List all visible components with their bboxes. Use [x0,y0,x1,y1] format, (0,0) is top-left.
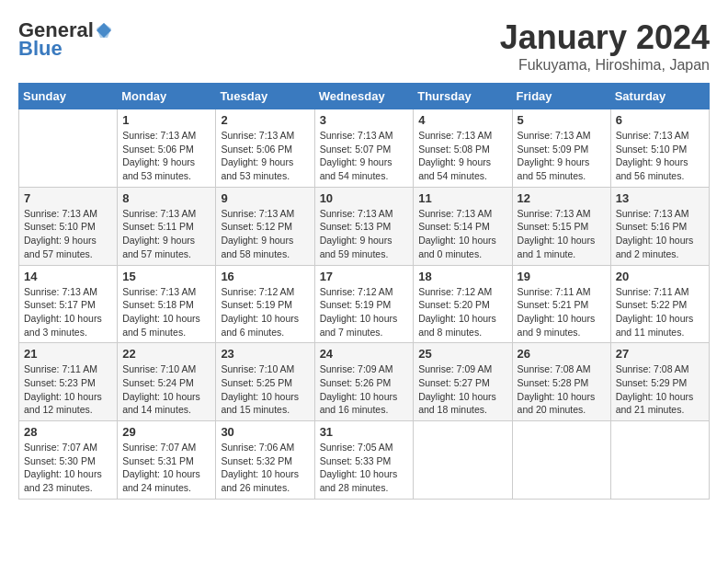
day-number: 25 [418,347,506,361]
weekday-cell: Monday [118,84,216,109]
calendar-day-cell: 19Sunrise: 7:11 AMSunset: 5:21 PMDayligh… [512,265,610,343]
calendar-body: 1Sunrise: 7:13 AMSunset: 5:06 PMDaylight… [19,109,710,500]
day-number: 11 [418,191,506,205]
day-number: 3 [320,113,409,127]
location-title: Fukuyama, Hiroshima, Japan [500,57,710,74]
day-number: 4 [418,113,506,127]
weekday-cell: Thursday [414,84,512,109]
day-number: 12 [518,191,606,205]
calendar-day-cell: 11Sunrise: 7:13 AMSunset: 5:14 PMDayligh… [414,187,512,265]
title-section: January 2024 Fukuyama, Hiroshima, Japan [500,18,710,74]
day-info: Sunrise: 7:08 AMSunset: 5:28 PMDaylight:… [518,362,606,417]
calendar-week-row: 1Sunrise: 7:13 AMSunset: 5:06 PMDaylight… [19,109,710,188]
day-info: Sunrise: 7:13 AMSunset: 5:11 PMDaylight:… [122,207,210,261]
logo: General Blue [18,18,114,61]
calendar-week-row: 14Sunrise: 7:13 AMSunset: 5:17 PMDayligh… [19,265,710,343]
day-info: Sunrise: 7:12 AMSunset: 5:19 PMDaylight:… [221,285,309,339]
day-number: 22 [122,347,210,361]
day-info: Sunrise: 7:12 AMSunset: 5:19 PMDaylight:… [320,285,409,339]
day-info: Sunrise: 7:09 AMSunset: 5:26 PMDaylight:… [320,362,409,417]
calendar-day-cell: 27Sunrise: 7:08 AMSunset: 5:29 PMDayligh… [610,343,709,421]
day-info: Sunrise: 7:05 AMSunset: 5:33 PMDaylight:… [320,441,409,495]
calendar-day-cell: 25Sunrise: 7:09 AMSunset: 5:27 PMDayligh… [414,343,512,421]
day-number: 29 [122,425,210,439]
day-number: 10 [320,191,409,205]
calendar-day-cell: 3Sunrise: 7:13 AMSunset: 5:07 PMDaylight… [314,109,414,188]
day-info: Sunrise: 7:07 AMSunset: 5:31 PMDaylight:… [122,441,210,495]
day-number: 26 [518,347,606,361]
calendar-day-cell: 15Sunrise: 7:13 AMSunset: 5:18 PMDayligh… [118,265,216,343]
day-info: Sunrise: 7:13 AMSunset: 5:09 PMDaylight:… [518,129,606,183]
weekday-cell: Saturday [610,84,709,109]
calendar-day-cell: 12Sunrise: 7:13 AMSunset: 5:15 PMDayligh… [512,187,610,265]
calendar-day-cell: 31Sunrise: 7:05 AMSunset: 5:33 PMDayligh… [314,421,414,500]
day-number: 5 [518,113,606,127]
calendar-day-cell: 17Sunrise: 7:12 AMSunset: 5:19 PMDayligh… [314,265,414,343]
calendar-table: SundayMondayTuesdayWednesdayThursdayFrid… [18,83,710,500]
day-info: Sunrise: 7:13 AMSunset: 5:17 PMDaylight:… [24,285,112,339]
calendar-day-cell: 28Sunrise: 7:07 AMSunset: 5:30 PMDayligh… [19,421,118,500]
calendar-day-cell: 5Sunrise: 7:13 AMSunset: 5:09 PMDaylight… [512,109,610,188]
calendar-day-cell: 6Sunrise: 7:13 AMSunset: 5:10 PMDaylight… [610,109,709,188]
calendar-day-cell: 4Sunrise: 7:13 AMSunset: 5:08 PMDaylight… [414,109,512,188]
calendar-day-cell: 1Sunrise: 7:13 AMSunset: 5:06 PMDaylight… [118,109,216,188]
logo-icon [95,21,113,40]
calendar-day-cell: 14Sunrise: 7:13 AMSunset: 5:17 PMDayligh… [19,265,118,343]
day-info: Sunrise: 7:13 AMSunset: 5:10 PMDaylight:… [616,129,704,183]
calendar-day-cell: 16Sunrise: 7:12 AMSunset: 5:19 PMDayligh… [216,265,314,343]
weekday-cell: Wednesday [314,84,414,109]
day-info: Sunrise: 7:13 AMSunset: 5:10 PMDaylight:… [24,207,112,261]
day-info: Sunrise: 7:13 AMSunset: 5:12 PMDaylight:… [221,207,309,261]
day-info: Sunrise: 7:13 AMSunset: 5:06 PMDaylight:… [221,129,309,183]
day-number: 7 [24,191,112,205]
calendar-day-cell [414,421,512,500]
day-info: Sunrise: 7:09 AMSunset: 5:27 PMDaylight:… [418,362,506,417]
calendar-day-cell: 9Sunrise: 7:13 AMSunset: 5:12 PMDaylight… [216,187,314,265]
day-number: 31 [320,425,409,439]
day-info: Sunrise: 7:13 AMSunset: 5:18 PMDaylight:… [122,285,210,339]
day-info: Sunrise: 7:11 AMSunset: 5:21 PMDaylight:… [518,285,606,339]
calendar-day-cell: 29Sunrise: 7:07 AMSunset: 5:31 PMDayligh… [118,421,216,500]
day-info: Sunrise: 7:13 AMSunset: 5:06 PMDaylight:… [122,129,210,183]
day-number: 9 [221,191,309,205]
day-info: Sunrise: 7:11 AMSunset: 5:22 PMDaylight:… [616,285,704,339]
day-info: Sunrise: 7:13 AMSunset: 5:07 PMDaylight:… [320,129,409,183]
calendar-day-cell: 18Sunrise: 7:12 AMSunset: 5:20 PMDayligh… [414,265,512,343]
day-info: Sunrise: 7:13 AMSunset: 5:14 PMDaylight:… [418,207,506,261]
calendar-week-row: 7Sunrise: 7:13 AMSunset: 5:10 PMDaylight… [19,187,710,265]
calendar-day-cell: 26Sunrise: 7:08 AMSunset: 5:28 PMDayligh… [512,343,610,421]
weekday-header-row: SundayMondayTuesdayWednesdayThursdayFrid… [19,84,710,109]
calendar-day-cell: 20Sunrise: 7:11 AMSunset: 5:22 PMDayligh… [610,265,709,343]
calendar-week-row: 21Sunrise: 7:11 AMSunset: 5:23 PMDayligh… [19,343,710,421]
calendar-day-cell: 8Sunrise: 7:13 AMSunset: 5:11 PMDaylight… [118,187,216,265]
calendar-day-cell: 23Sunrise: 7:10 AMSunset: 5:25 PMDayligh… [216,343,314,421]
day-number: 27 [616,347,704,361]
day-number: 30 [221,425,309,439]
day-info: Sunrise: 7:10 AMSunset: 5:25 PMDaylight:… [221,362,309,417]
day-number: 13 [616,191,704,205]
day-number: 1 [122,113,210,127]
calendar-day-cell: 7Sunrise: 7:13 AMSunset: 5:10 PMDaylight… [19,187,118,265]
day-number: 28 [24,425,112,439]
weekday-cell: Friday [512,84,610,109]
day-number: 2 [221,113,309,127]
day-info: Sunrise: 7:10 AMSunset: 5:24 PMDaylight:… [122,362,210,417]
day-info: Sunrise: 7:13 AMSunset: 5:13 PMDaylight:… [320,207,409,261]
calendar-day-cell: 13Sunrise: 7:13 AMSunset: 5:16 PMDayligh… [610,187,709,265]
weekday-cell: Tuesday [216,84,314,109]
day-info: Sunrise: 7:12 AMSunset: 5:20 PMDaylight:… [418,285,506,339]
day-number: 24 [320,347,409,361]
day-info: Sunrise: 7:13 AMSunset: 5:16 PMDaylight:… [616,207,704,261]
day-number: 8 [122,191,210,205]
day-number: 16 [221,270,309,283]
calendar-day-cell: 21Sunrise: 7:11 AMSunset: 5:23 PMDayligh… [19,343,118,421]
calendar-day-cell: 24Sunrise: 7:09 AMSunset: 5:26 PMDayligh… [314,343,414,421]
day-number: 17 [320,270,409,283]
day-info: Sunrise: 7:08 AMSunset: 5:29 PMDaylight:… [616,362,704,417]
page-header: General Blue January 2024 Fukuyama, Hiro… [18,18,710,74]
calendar-day-cell: 22Sunrise: 7:10 AMSunset: 5:24 PMDayligh… [118,343,216,421]
day-number: 23 [221,347,309,361]
day-number: 18 [418,270,506,283]
day-number: 19 [518,270,606,283]
day-number: 20 [616,270,704,283]
